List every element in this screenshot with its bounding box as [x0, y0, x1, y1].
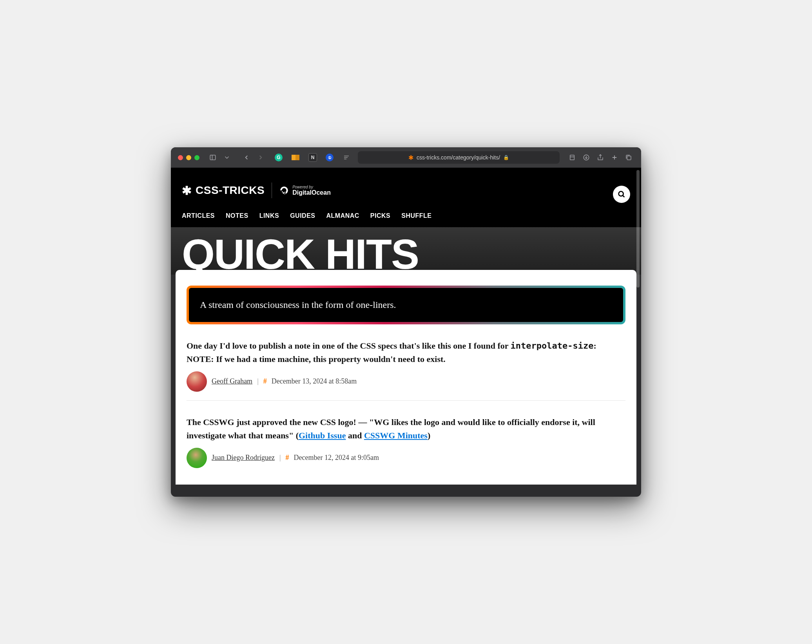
post-code: interpolate-size: [511, 341, 594, 351]
separator: |: [257, 377, 259, 385]
author-link[interactable]: Geoff Graham: [212, 377, 252, 385]
minimize-window-button[interactable]: [186, 155, 191, 160]
url-text: css-tricks.com/category/quick-hits/: [417, 154, 500, 161]
description-text: A stream of consciousness in the form of…: [200, 300, 612, 310]
traffic-lights: [178, 155, 199, 160]
url-bar[interactable]: ✱ css-tricks.com/category/quick-hits/ 🔒: [358, 151, 560, 164]
powered-by-label: Powered by: [292, 185, 331, 189]
onepassword-extension-icon[interactable]: ①: [326, 154, 334, 161]
post-body: One day I'd love to publish a note in on…: [187, 339, 625, 366]
notion-extension-icon[interactable]: N: [308, 153, 317, 162]
divider: [272, 183, 272, 198]
chevron-down-icon[interactable]: [221, 152, 232, 163]
svg-line-14: [623, 195, 624, 197]
separator: |: [279, 454, 281, 462]
logo-text: CSS-TRICKS: [196, 184, 265, 197]
post-date: December 13, 2024 at 8:58am: [272, 377, 357, 385]
sidebar-toggle-icon[interactable]: [207, 152, 218, 163]
site-logo[interactable]: ✱ CSS-TRICKS: [182, 184, 265, 197]
author-link[interactable]: Juan Diego Rodríguez: [212, 454, 275, 462]
forward-button[interactable]: [255, 152, 266, 163]
nav-picks[interactable]: PICKS: [370, 212, 390, 219]
new-tab-icon[interactable]: [609, 152, 620, 163]
titlebar: G N ① ✱ css-tricks.com/category/quick-hi…: [171, 147, 641, 168]
lock-icon: 🔒: [503, 155, 509, 160]
back-button[interactable]: [241, 152, 252, 163]
share-icon[interactable]: [595, 152, 606, 163]
post-link-github-issue[interactable]: Github Issue: [299, 431, 346, 440]
nav-articles[interactable]: ARTICLES: [182, 212, 215, 219]
scrollbar[interactable]: [636, 170, 640, 288]
avatar[interactable]: [187, 448, 207, 468]
downloads-icon[interactable]: [581, 152, 592, 163]
post-date: December 12, 2024 at 9:05am: [294, 454, 379, 462]
nav-shuffle[interactable]: SHUFFLE: [401, 212, 431, 219]
svg-rect-12: [627, 156, 631, 160]
grammarly-extension-icon[interactable]: G: [275, 154, 283, 161]
post-text: One day I'd love to publish a note in on…: [187, 341, 511, 351]
site-header: ✱ CSS-TRICKS Powered by DigitalOcean ART…: [171, 168, 641, 227]
extension-icon[interactable]: [342, 153, 351, 162]
avatar[interactable]: [187, 371, 207, 392]
digitalocean-icon: [279, 185, 289, 195]
svg-rect-5: [570, 155, 575, 160]
site-favicon-icon: ✱: [408, 154, 413, 161]
content-card: A stream of consciousness in the form of…: [176, 270, 636, 485]
asterisk-icon: ✱: [182, 184, 192, 197]
powered-by-brand: DigitalOcean: [292, 189, 331, 196]
nav-notes[interactable]: NOTES: [226, 212, 248, 219]
post-item: The CSSWG just approved the new CSS logo…: [187, 401, 625, 477]
close-window-button[interactable]: [178, 155, 183, 160]
post-meta: Geoff Graham | # December 13, 2024 at 8:…: [187, 371, 625, 392]
search-icon: [617, 190, 626, 199]
post-text: and: [346, 431, 364, 440]
hero: QUICK HITS: [171, 227, 641, 275]
reader-mode-icon[interactable]: [567, 152, 578, 163]
description-box: A stream of consciousness in the form of…: [187, 286, 625, 324]
nav-guides[interactable]: GUIDES: [290, 212, 315, 219]
post-link-csswg-minutes[interactable]: CSSWG Minutes: [364, 431, 428, 440]
post-item: One day I'd love to publish a note in on…: [187, 324, 625, 401]
svg-rect-0: [210, 155, 216, 160]
post-body: The CSSWG just approved the new CSS logo…: [187, 416, 625, 442]
nav-almanac[interactable]: ALMANAC: [326, 212, 359, 219]
permalink-hash[interactable]: #: [286, 454, 289, 462]
tabs-overview-icon[interactable]: [623, 152, 634, 163]
search-button[interactable]: [613, 186, 630, 203]
post-meta: Juan Diego Rodríguez | # December 12, 20…: [187, 448, 625, 468]
browser-window: G N ① ✱ css-tricks.com/category/quick-hi…: [171, 147, 641, 497]
permalink-hash[interactable]: #: [263, 377, 267, 385]
svg-point-13: [619, 192, 624, 196]
post-text: ): [428, 431, 430, 440]
page-content: ✱ CSS-TRICKS Powered by DigitalOcean ART…: [171, 168, 641, 497]
powered-by[interactable]: Powered by DigitalOcean: [279, 185, 331, 196]
nav-links[interactable]: LINKS: [259, 212, 279, 219]
main-nav: ARTICLES NOTES LINKS GUIDES ALMANAC PICK…: [182, 203, 630, 227]
extension-icon[interactable]: [291, 153, 300, 162]
maximize-window-button[interactable]: [194, 155, 199, 160]
page-title: QUICK HITS: [182, 234, 630, 275]
